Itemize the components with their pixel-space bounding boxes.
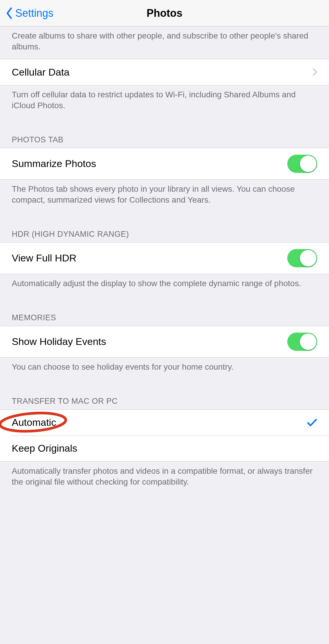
show-holiday-events-toggle[interactable] (287, 333, 317, 351)
photos-tab-footer: The Photos tab shows every photo in your… (0, 180, 329, 212)
transfer-keep-originals-label: Keep Originals (12, 442, 77, 454)
memories-footer: You can choose to see holiday events for… (0, 358, 329, 379)
summarize-photos-label: Summarize Photos (12, 158, 96, 170)
transfer-automatic-row[interactable]: Automatic (0, 410, 329, 436)
back-label: Settings (15, 7, 53, 19)
view-full-hdr-row: View Full HDR (0, 243, 329, 274)
view-full-hdr-toggle[interactable] (287, 249, 317, 267)
hdr-footer: Automatically adjust the display to show… (0, 274, 329, 296)
navigation-bar: Settings Photos (0, 0, 329, 26)
show-holiday-events-row: Show Holiday Events (0, 326, 329, 357)
transfer-keep-originals-row[interactable]: Keep Originals (0, 436, 329, 461)
photos-tab-group: Summarize Photos (0, 148, 329, 180)
photos-tab-header: PHOTOS TAB (0, 118, 329, 148)
cellular-data-footer: Turn off cellular data to restrict updat… (0, 85, 329, 118)
chevron-right-icon (313, 68, 317, 76)
cellular-data-row[interactable]: Cellular Data (0, 59, 329, 85)
cellular-data-group: Cellular Data (0, 59, 329, 85)
shared-albums-footer: Create albums to share with other people… (0, 26, 329, 59)
cellular-data-label: Cellular Data (12, 66, 70, 78)
memories-group: Show Holiday Events (0, 326, 329, 358)
transfer-group: Automatic Keep Originals (0, 409, 329, 462)
hdr-header: HDR (HIGH DYNAMIC RANGE) (0, 212, 329, 242)
transfer-footer: Automatically transfer photos and videos… (0, 462, 329, 494)
show-holiday-events-label: Show Holiday Events (12, 336, 106, 348)
summarize-photos-row: Summarize Photos (0, 148, 329, 179)
view-full-hdr-label: View Full HDR (12, 252, 76, 264)
back-button[interactable]: Settings (6, 7, 53, 19)
transfer-header: TRANSFER TO MAC OR PC (0, 379, 329, 409)
checkmark-icon (307, 418, 317, 427)
summarize-photos-toggle[interactable] (287, 155, 317, 173)
chevron-left-icon (6, 7, 12, 19)
transfer-automatic-label: Automatic (12, 416, 56, 428)
memories-header: MEMORIES (0, 296, 329, 326)
hdr-group: View Full HDR (0, 242, 329, 274)
